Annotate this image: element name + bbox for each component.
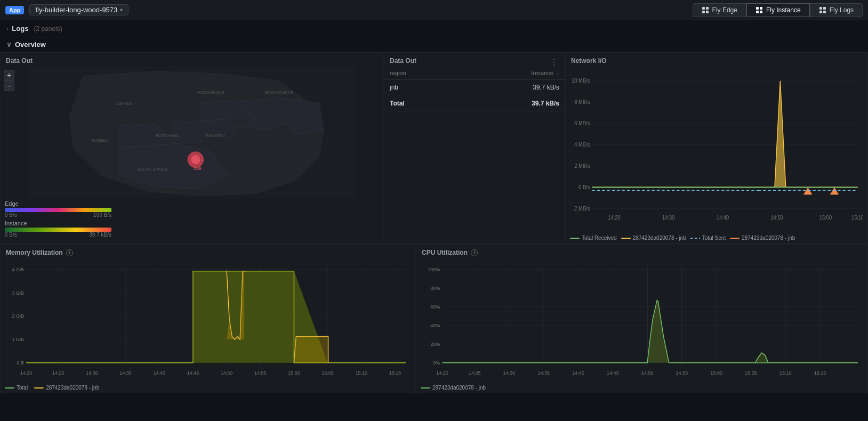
svg-text:14:50: 14:50 [770, 214, 783, 221]
svg-text:4 GiB: 4 GiB [12, 266, 25, 272]
svg-rect-89 [421, 261, 863, 383]
memory-legend-total: Total [5, 385, 28, 391]
grid-icon-3 [819, 6, 826, 14]
panel-menu-button[interactable]: ⋮ [548, 56, 560, 68]
svg-rect-8 [819, 7, 822, 10]
svg-text:0%: 0% [433, 360, 440, 366]
cpu-panel-title: CPU Utilization i [416, 245, 867, 258]
map-controls: + − [4, 70, 14, 91]
svg-text:14:40: 14:40 [717, 214, 729, 221]
app-selector[interactable]: fly-builder-long-wood-9573 ▾ [29, 4, 128, 15]
col-instance: Instance ↓ [459, 67, 565, 80]
zoom-out-button[interactable]: − [4, 80, 14, 91]
svg-text:14:25: 14:25 [469, 369, 481, 375]
edge-gradient [5, 208, 111, 212]
svg-rect-0 [702, 7, 705, 10]
svg-text:14:40: 14:40 [153, 369, 165, 375]
top-row: Data Out + − [0, 52, 868, 244]
svg-text:14:50: 14:50 [641, 369, 654, 375]
main-content: Data Out + − [0, 52, 868, 421]
svg-text:4 MB/s: 4 MB/s [574, 142, 590, 148]
svg-text:15:10: 15:10 [355, 369, 367, 375]
memory-legend-287423: 287423da020078 - jnb [34, 385, 99, 391]
total-label: Total [384, 95, 459, 112]
cpu-legend-line-green [421, 387, 430, 388]
svg-text:15:05: 15:05 [322, 369, 334, 375]
app-name: fly-builder-long-wood-9573 [35, 6, 117, 14]
svg-text:0 B: 0 B [17, 360, 25, 366]
svg-text:14:25: 14:25 [52, 369, 65, 375]
svg-text:20%: 20% [430, 341, 440, 347]
edge-legend: Edge 0 B/s 100 B/s [5, 200, 379, 218]
svg-text:0 B/s: 0 B/s [578, 184, 590, 190]
tab-fly-logs[interactable]: Fly Logs [810, 3, 863, 17]
info-icon-cpu[interactable]: i [471, 249, 478, 256]
logs-section-header[interactable]: › Logs (2 panels) [0, 20, 868, 37]
svg-text:14:35: 14:35 [537, 369, 550, 375]
bottom-row: Memory Utilization i [0, 244, 868, 393]
svg-rect-23 [570, 69, 863, 233]
map-container: + − [1, 67, 383, 198]
dataout-table-panel: Data Out ⋮ region Instance ↓ jnb39.7 kB/… [384, 52, 565, 244]
svg-text:14:55: 14:55 [254, 369, 267, 375]
legend-287423-jnb-yellow: 287423da020078 - jnb [621, 235, 686, 241]
svg-text:14:35: 14:35 [119, 369, 132, 375]
svg-text:SOUTH AFRICA: SOUTH AFRICA [138, 167, 168, 172]
instance-legend: Instance 0 B/s 39.7 kB/s [5, 220, 379, 238]
memory-panel: Memory Utilization i [0, 244, 416, 393]
cell-value: 39.7 kB/s [459, 80, 565, 95]
svg-text:15:10: 15:10 [851, 214, 863, 221]
svg-text:15:15: 15:15 [814, 369, 826, 375]
svg-text:14:30: 14:30 [86, 369, 98, 375]
logs-count: (2 panels) [34, 25, 62, 33]
legend-line-yellow [621, 238, 631, 239]
svg-text:60%: 60% [430, 303, 440, 309]
topbar-tabs: Fly Edge Fly Instance Fly Logs [693, 3, 863, 17]
svg-rect-7 [760, 11, 762, 13]
svg-rect-1 [706, 7, 709, 10]
edge-range: 0 B/s 100 B/s [5, 212, 111, 218]
memory-panel-title: Memory Utilization i [1, 245, 415, 258]
svg-rect-10 [819, 11, 822, 13]
svg-text:15:00: 15:00 [710, 369, 722, 375]
svg-text:14:50: 14:50 [221, 369, 233, 375]
edge-legend-label: Edge [5, 200, 379, 207]
svg-text:MADAGASCAR: MADAGASCAR [264, 90, 294, 95]
info-icon-memory[interactable]: i [66, 249, 73, 256]
svg-text:-2 MB/s: -2 MB/s [573, 205, 590, 212]
memory-legend-line-yellow [34, 387, 44, 388]
svg-text:ESWATINI: ESWATINI [206, 133, 225, 138]
svg-text:3 GiB: 3 GiB [12, 289, 25, 295]
svg-text:1 GiB: 1 GiB [12, 336, 25, 342]
tab-fly-instance[interactable]: Fly Instance [746, 3, 810, 17]
cpu-chart-area: 100% 80% 60% 40% 20% 0% 14:20 [416, 258, 867, 383]
app-badge[interactable]: App [5, 6, 24, 14]
memory-svg: 4 GiB 3 GiB 2 GiB 1 GiB 0 B [5, 261, 411, 383]
cpu-panel: CPU Utilization i [416, 244, 868, 393]
sort-icon: ↓ [557, 70, 559, 76]
svg-text:14:45: 14:45 [607, 369, 619, 375]
network-io-title: Network I/O [566, 53, 867, 67]
svg-text:10 MB/s: 10 MB/s [572, 78, 590, 84]
svg-rect-3 [706, 11, 709, 13]
col-region: region [384, 67, 459, 80]
legend-line-green [570, 238, 580, 239]
legend-line-orange [730, 238, 740, 239]
svg-rect-6 [756, 11, 759, 13]
cpu-legend-287423: 287423da020078 - jnb [421, 385, 486, 391]
network-io-chart-area: 10 MB/s 8 MB/s 6 MB/s 4 MB/s 2 MB/s 0 B/… [566, 67, 867, 233]
map-svg: ZAMBIA MOZAMBIQUE MADAGASCAR NAMIBIA BOT… [1, 67, 383, 198]
overview-section-header[interactable]: ∨ Overview [0, 37, 868, 52]
svg-text:15:00: 15:00 [288, 369, 300, 375]
grid-icon [702, 6, 709, 14]
logs-label: Logs [12, 25, 28, 33]
zoom-in-button[interactable]: + [4, 70, 14, 80]
svg-text:15:10: 15:10 [779, 369, 792, 375]
tab-fly-instance-label: Fly Instance [766, 6, 801, 14]
dataout-table-title: Data Out [384, 53, 565, 67]
svg-text:JNB: JNB [194, 166, 202, 171]
svg-text:ZAMBIA: ZAMBIA [117, 101, 132, 106]
svg-text:BOTSWANA: BOTSWANA [156, 133, 179, 138]
tab-fly-edge[interactable]: Fly Edge [693, 3, 746, 17]
memory-chart-area: 4 GiB 3 GiB 2 GiB 1 GiB 0 B [1, 258, 415, 383]
